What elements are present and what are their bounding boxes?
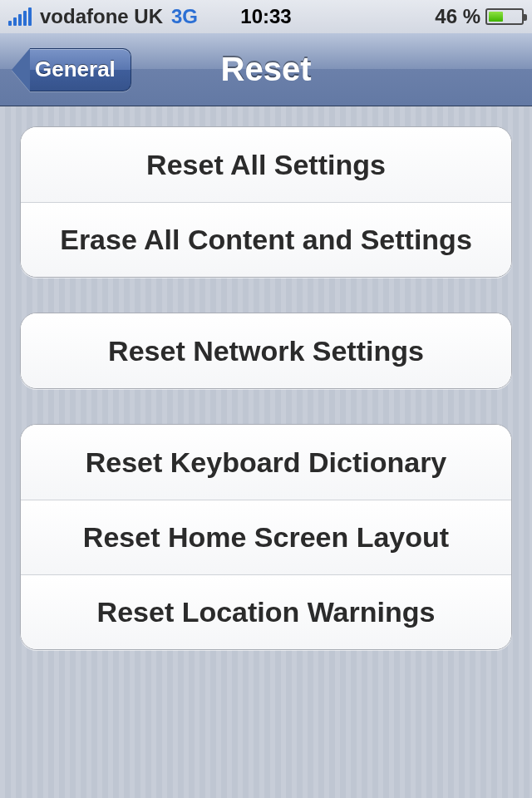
reset-home-screen-layout-button[interactable]: Reset Home Screen Layout: [21, 500, 511, 574]
cell-label: Reset Network Settings: [108, 335, 424, 367]
status-bar: vodafone UK 3G 10:33 46 %: [0, 0, 532, 33]
settings-group-3: Reset Keyboard Dictionary Reset Home Scr…: [20, 424, 512, 650]
cell-label: Reset Keyboard Dictionary: [86, 446, 447, 479]
battery-icon: [485, 8, 524, 25]
content-area: Reset All Settings Erase All Content and…: [0, 106, 532, 798]
navigation-bar: General Reset: [0, 33, 532, 106]
cell-label: Erase All Content and Settings: [60, 224, 472, 256]
cell-label: Reset All Settings: [146, 149, 386, 181]
cell-label: Reset Location Warnings: [97, 596, 436, 628]
settings-group-2: Reset Network Settings: [20, 313, 512, 389]
page-title: Reset: [221, 51, 312, 88]
erase-all-content-button[interactable]: Erase All Content and Settings: [21, 202, 511, 277]
reset-network-settings-button[interactable]: Reset Network Settings: [21, 313, 511, 388]
reset-all-settings-button[interactable]: Reset All Settings: [21, 127, 511, 202]
back-button[interactable]: General: [12, 48, 131, 91]
back-chevron-icon: [12, 48, 30, 91]
reset-location-warnings-button[interactable]: Reset Location Warnings: [21, 574, 511, 649]
clock: 10:33: [0, 5, 532, 28]
back-button-label: General: [35, 57, 116, 82]
reset-keyboard-dictionary-button[interactable]: Reset Keyboard Dictionary: [21, 425, 511, 500]
cell-label: Reset Home Screen Layout: [83, 521, 449, 554]
settings-group-1: Reset All Settings Erase All Content and…: [20, 126, 512, 278]
